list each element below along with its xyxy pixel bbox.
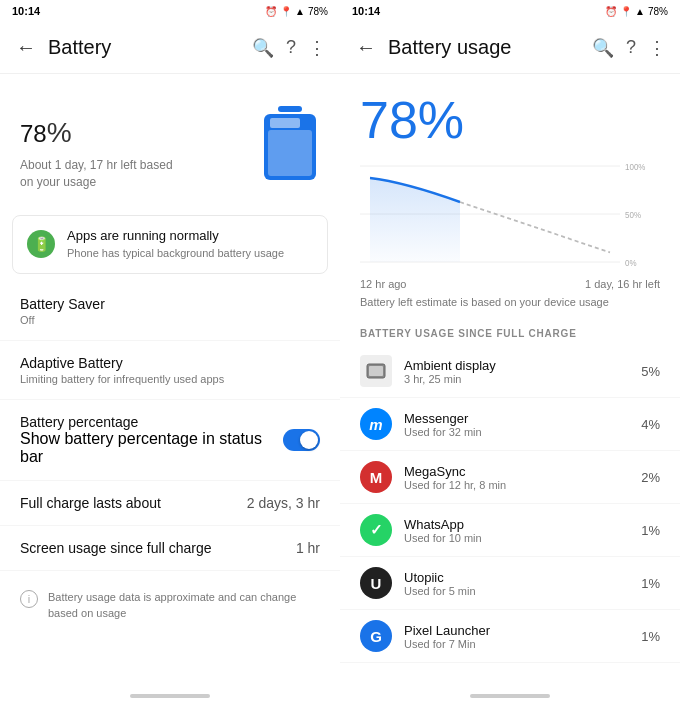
left-search-button[interactable]: 🔍 xyxy=(246,33,280,63)
app-name: MegaSync xyxy=(404,464,629,479)
right-time: 10:14 xyxy=(352,5,380,17)
left-content: 78% About 1 day, 17 hr left based on you… xyxy=(0,74,340,684)
pixellauncher-icon: G xyxy=(360,620,392,652)
screen-usage-value: 1 hr xyxy=(296,540,320,556)
svg-rect-3 xyxy=(270,118,300,128)
right-home-bar xyxy=(470,694,550,698)
running-card-subtitle: Phone has typical background battery usa… xyxy=(67,247,284,259)
left-help-button[interactable]: ? xyxy=(280,33,302,62)
battery-status-icon: 78% xyxy=(308,6,328,17)
right-menu-button[interactable]: ⋮ xyxy=(642,33,672,63)
app-item[interactable]: Ambient display 3 hr, 25 min 5% xyxy=(340,345,680,398)
app-time: Used for 32 min xyxy=(404,426,629,438)
right-back-button[interactable]: ← xyxy=(348,32,384,63)
app-percentage: 1% xyxy=(641,523,660,538)
app-item[interactable]: m Messenger Used for 32 min 4% xyxy=(340,398,680,451)
battery-percentage: 78% xyxy=(20,98,180,153)
left-toolbar: ← Battery 🔍 ? ⋮ xyxy=(0,22,340,74)
left-menu-button[interactable]: ⋮ xyxy=(302,33,332,63)
app-name: Pixel Launcher xyxy=(404,623,629,638)
battery-pct-label: Battery percentage xyxy=(20,414,283,430)
alarm-icon: ⏰ xyxy=(265,6,277,17)
svg-rect-12 xyxy=(369,366,383,376)
battery-saver-label: Battery Saver xyxy=(20,296,320,312)
chart-time-labels: 12 hr ago 1 day, 16 hr left xyxy=(340,278,680,290)
battery-percentage-item[interactable]: Battery percentage Show battery percenta… xyxy=(0,400,340,481)
left-status-icons: ⏰ 📍 ▲ 78% xyxy=(265,6,328,17)
app-percentage: 4% xyxy=(641,417,660,432)
right-status-bar: 10:14 ⏰ 📍 ▲ 78% xyxy=(340,0,680,22)
right-toolbar: ← Battery usage 🔍 ? ⋮ xyxy=(340,22,680,74)
right-battery-status-icon: 78% xyxy=(648,6,668,17)
footer-note: i Battery usage data is approximate and … xyxy=(0,575,340,636)
app-time: Used for 12 hr, 8 min xyxy=(404,479,629,491)
app-percentage: 1% xyxy=(641,629,660,644)
app-item[interactable]: M MegaSync Used for 12 hr, 8 min 2% xyxy=(340,451,680,504)
location-icon: 📍 xyxy=(280,6,292,17)
right-status-icons: ⏰ 📍 ▲ 78% xyxy=(605,6,668,17)
battery-pct-sublabel: Show battery percentage in status bar xyxy=(20,430,283,466)
whatsapp-icon: ✓ xyxy=(360,514,392,546)
app-time: 3 hr, 25 min xyxy=(404,373,629,385)
app-time: Used for 5 min xyxy=(404,585,629,597)
full-charge-item: Full charge lasts about 2 days, 3 hr xyxy=(0,481,340,526)
svg-text:0%: 0% xyxy=(625,257,637,268)
megasync-icon: M xyxy=(360,461,392,493)
running-card-title: Apps are running normally xyxy=(67,228,284,243)
svg-text:100%: 100% xyxy=(625,161,646,172)
battery-percentage-toggle[interactable] xyxy=(283,429,320,451)
left-back-button[interactable]: ← xyxy=(8,32,44,63)
right-wifi-icon: ▲ xyxy=(635,6,645,17)
adaptive-battery-item[interactable]: Adaptive Battery Limiting battery for in… xyxy=(0,341,340,400)
app-item[interactable]: U Utopiic Used for 5 min 1% xyxy=(340,557,680,610)
estimate-text: Battery left estimate is based on your d… xyxy=(340,290,680,318)
left-screen: 10:14 ⏰ 📍 ▲ 78% ← Battery 🔍 ? ⋮ 78% Abou… xyxy=(0,0,340,708)
left-status-bar: 10:14 ⏰ 📍 ▲ 78% xyxy=(0,0,340,22)
battery-subtitle: About 1 day, 17 hr left based on your us… xyxy=(20,157,180,191)
svg-rect-0 xyxy=(278,106,302,112)
app-info: Ambient display 3 hr, 25 min xyxy=(404,358,629,385)
ambient-display-icon xyxy=(360,355,392,387)
battery-saver-item[interactable]: Battery Saver Off xyxy=(0,282,340,341)
battery-app-list: Ambient display 3 hr, 25 min 5% m Messen… xyxy=(340,345,680,663)
battery-saver-sublabel: Off xyxy=(20,314,320,326)
right-content: 78% 100% 50% 0% xyxy=(340,74,680,684)
app-name: WhatsApp xyxy=(404,517,629,532)
screen-usage-label: Screen usage since full charge xyxy=(20,540,211,556)
right-location-icon: 📍 xyxy=(620,6,632,17)
chart-label-left: 12 hr ago xyxy=(360,278,406,290)
right-page-title: Battery usage xyxy=(388,36,586,59)
app-time: Used for 10 min xyxy=(404,532,629,544)
info-icon: i xyxy=(20,590,38,608)
full-charge-value: 2 days, 3 hr xyxy=(247,495,320,511)
utopiic-icon: U xyxy=(360,567,392,599)
adaptive-battery-sublabel: Limiting battery for infrequently used a… xyxy=(20,373,320,385)
app-item[interactable]: G Pixel Launcher Used for 7 Min 1% xyxy=(340,610,680,663)
app-info: WhatsApp Used for 10 min xyxy=(404,517,629,544)
screen-usage-item: Screen usage since full charge 1 hr xyxy=(0,526,340,571)
app-time: Used for 7 Min xyxy=(404,638,629,650)
running-card-text: Apps are running normally Phone has typi… xyxy=(67,228,284,261)
left-home-indicator xyxy=(0,684,340,708)
right-search-button[interactable]: 🔍 xyxy=(586,33,620,63)
app-percentage: 5% xyxy=(641,364,660,379)
app-name: Messenger xyxy=(404,411,629,426)
battery-hero: 78% About 1 day, 17 hr left based on you… xyxy=(0,74,340,207)
svg-text:50%: 50% xyxy=(625,209,641,220)
chart-label-right: 1 day, 16 hr left xyxy=(585,278,660,290)
right-screen: 10:14 ⏰ 📍 ▲ 78% ← Battery usage 🔍 ? ⋮ 78… xyxy=(340,0,680,708)
app-item[interactable]: ✓ WhatsApp Used for 10 min 1% xyxy=(340,504,680,557)
app-info: Utopiic Used for 5 min xyxy=(404,570,629,597)
app-name: Ambient display xyxy=(404,358,629,373)
left-time: 10:14 xyxy=(12,5,40,17)
running-status-icon: 🔋 xyxy=(27,230,55,258)
footer-note-text: Battery usage data is approximate and ca… xyxy=(48,589,320,622)
app-info: MegaSync Used for 12 hr, 8 min xyxy=(404,464,629,491)
right-help-button[interactable]: ? xyxy=(620,33,642,62)
adaptive-battery-label: Adaptive Battery xyxy=(20,355,320,371)
wifi-icon: ▲ xyxy=(295,6,305,17)
right-alarm-icon: ⏰ xyxy=(605,6,617,17)
svg-line-10 xyxy=(460,202,610,252)
left-page-title: Battery xyxy=(48,36,246,59)
battery-chart: 100% 50% 0% xyxy=(340,154,680,274)
